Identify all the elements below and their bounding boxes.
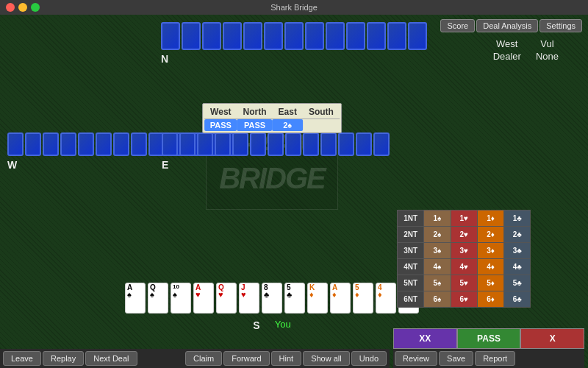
card-back <box>326 22 345 50</box>
hint-button[interactable]: Hint <box>271 351 302 366</box>
bid-1-spade[interactable]: 1♠ <box>424 210 451 227</box>
card-back <box>320 132 337 156</box>
bid-row: PASS PASS 2♠ <box>204 119 340 132</box>
bid-2-heart[interactable]: 2♥ <box>451 227 477 243</box>
card-k-diamond[interactable]: K♦ <box>307 283 328 314</box>
card-back <box>96 132 112 156</box>
dealer-value: Dealer <box>493 51 521 62</box>
card-back <box>387 22 406 50</box>
settings-button[interactable]: Settings <box>539 19 582 32</box>
card-5-club[interactable]: 5♣ <box>284 283 305 314</box>
card-back <box>182 22 201 50</box>
bid-row-5: 5NT 5♠ 5♥ 5♦ 5♣ <box>398 275 584 291</box>
top-button-group: Score Deal Analysis Settings <box>440 19 582 32</box>
bid-level-5: 5NT <box>398 275 424 291</box>
east-direction: E <box>162 159 390 171</box>
card-a-diamond[interactable]: A♦ <box>330 283 351 314</box>
card-back <box>43 132 59 156</box>
card-4-diamond[interactable]: 4♦ <box>376 283 396 314</box>
bid-level-3: 3NT <box>398 243 424 259</box>
east-cards <box>162 132 390 156</box>
bid-2-spade[interactable]: 2♠ <box>424 227 451 243</box>
bid-1-heart[interactable]: 1♥ <box>451 210 477 227</box>
card-a-spade[interactable]: A♠ <box>125 283 146 314</box>
close-button[interactable] <box>6 3 15 12</box>
south-direction: S <box>253 319 259 331</box>
card-8-club[interactable]: 8♣ <box>262 283 282 314</box>
bid-1-diamond[interactable]: 1♦ <box>477 210 503 227</box>
undo-button[interactable]: Undo <box>351 351 387 366</box>
bid-6-diamond[interactable]: 6♦ <box>477 291 503 308</box>
forward-button[interactable]: Forward <box>223 351 269 366</box>
bid-4-heart[interactable]: 4♥ <box>451 259 477 275</box>
north-cards <box>161 22 427 50</box>
show-all-button[interactable]: Show all <box>303 351 350 366</box>
south-cards[interactable]: A♠ Q♠ 10♠ A♥ Q♥ J♥ 8♣ 5♣ K♦ A♦ 5♦ 4♦ 2♦ <box>125 283 419 314</box>
card-10-spade[interactable]: 10♠ <box>171 283 191 314</box>
card-back <box>25 132 41 156</box>
bid-5-spade[interactable]: 5♠ <box>424 275 451 291</box>
bid-header-south: South <box>303 105 340 119</box>
east-hand-area: E <box>162 132 390 171</box>
none-value: None <box>536 51 559 62</box>
replay-button[interactable]: Replay <box>43 351 84 366</box>
card-back <box>131 132 147 156</box>
bid-5-club[interactable]: 5♣ <box>504 275 531 291</box>
card-5-diamond[interactable]: 5♦ <box>353 283 373 314</box>
next-deal-button[interactable]: Next Deal <box>85 351 137 366</box>
card-back <box>7 132 24 156</box>
bid-3-spade[interactable]: 3♠ <box>424 243 451 259</box>
bid-6-club[interactable]: 6♣ <box>504 291 531 308</box>
bid-2-diamond[interactable]: 2♦ <box>477 227 503 243</box>
claim-button[interactable]: Claim <box>185 351 222 366</box>
leave-button[interactable]: Leave <box>3 351 41 366</box>
bid-5-heart[interactable]: 5♥ <box>451 275 477 291</box>
bottom-left-actions: Leave Replay Next Deal Claim Forward Hin… <box>0 349 390 368</box>
card-back <box>338 132 354 156</box>
bid-pass-button[interactable]: PASS <box>457 328 521 349</box>
card-back <box>264 22 283 50</box>
window-controls[interactable] <box>6 3 40 12</box>
bid-3-club[interactable]: 3♣ <box>504 243 531 259</box>
card-a-heart[interactable]: A♥ <box>193 283 214 314</box>
bid-x-button[interactable]: X <box>520 328 584 349</box>
north-direction: N <box>161 53 427 65</box>
bid-2-club[interactable]: 2♣ <box>504 227 531 243</box>
bid-table-wrapper: West North East South PASS PASS 2♠ <box>202 103 342 133</box>
card-q-spade[interactable]: Q♠ <box>148 283 168 314</box>
score-button[interactable]: Score <box>440 19 475 32</box>
bid-grid-wrapper: 1NT 1♠ 1♥ 1♦ 1♣ 2NT 2♠ 2♥ 2♦ 2♣ 3NT 3♠ 3… <box>397 210 584 308</box>
bid-4-diamond[interactable]: 4♦ <box>477 259 503 275</box>
bid-header-east: East <box>273 105 303 119</box>
bid-row-6: 6NT 6♠ 6♥ 6♦ 6♣ <box>398 291 584 308</box>
review-button[interactable]: Review <box>395 351 437 366</box>
bid-4-club[interactable]: 4♣ <box>504 259 531 275</box>
bid-1-club[interactable]: 1♣ <box>504 210 531 227</box>
minimize-button[interactable] <box>18 3 27 12</box>
card-back <box>161 22 180 50</box>
card-q-heart[interactable]: Q♥ <box>216 283 237 314</box>
title-bar: Shark Bridge <box>0 0 588 15</box>
card-back <box>373 132 390 156</box>
bid-level-2: 2NT <box>398 227 424 243</box>
bid-6-spade[interactable]: 6♠ <box>424 291 451 308</box>
bid-4-spade[interactable]: 4♠ <box>424 259 451 275</box>
card-j-heart[interactable]: J♥ <box>239 283 259 314</box>
card-back <box>197 132 213 156</box>
bid-5-diamond[interactable]: 5♦ <box>477 275 503 291</box>
deal-analysis-button[interactable]: Deal Analysis <box>476 19 538 32</box>
card-back <box>223 22 242 50</box>
vul-label: Vul <box>536 38 559 49</box>
bid-xx-button[interactable]: XX <box>393 328 457 349</box>
save-button[interactable]: Save <box>439 351 473 366</box>
bid-6-heart[interactable]: 6♥ <box>451 291 477 308</box>
report-button[interactable]: Report <box>475 351 515 366</box>
bid-level-6: 6NT <box>398 291 424 308</box>
bid-west: PASS <box>204 119 237 132</box>
card-back <box>303 132 319 156</box>
app-title: Shark Bridge <box>270 3 318 12</box>
bid-3-diamond[interactable]: 3♦ <box>477 243 503 259</box>
bid-level-grid: 1NT 1♠ 1♥ 1♦ 1♣ 2NT 2♠ 2♥ 2♦ 2♣ 3NT 3♠ 3… <box>397 210 584 308</box>
maximize-button[interactable] <box>31 3 40 12</box>
bid-3-heart[interactable]: 3♥ <box>451 243 477 259</box>
